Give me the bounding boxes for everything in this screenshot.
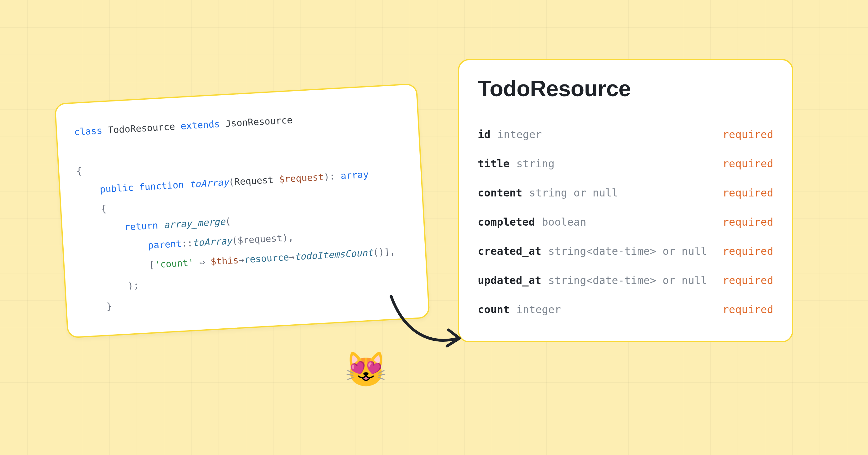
keyword-function: function [139,179,184,192]
field-type: integer [497,129,542,140]
field-type: string<date-time> or null [548,275,707,286]
brace-open: { [76,165,82,176]
schema-row-left: completed boolean [478,217,586,227]
keyword-parent: parent [148,238,182,251]
field-name: content [478,188,522,198]
field-name: updated_at [478,275,541,286]
field-name: title [478,158,509,169]
classname-todoresource: TodoResource [107,121,175,136]
fn-array-merge: array_merge [163,216,225,230]
field-required: required [722,158,773,169]
field-required: required [722,304,773,315]
brace-close-2: } [106,301,113,312]
thin-arrow-1: → [239,254,245,265]
field-required: required [722,246,773,256]
schema-row: content string or null required [478,178,773,207]
field-required: required [722,275,773,286]
field-type: string or null [529,188,618,198]
prop-resource: resource [244,252,289,265]
field-required: required [722,129,773,140]
schema-title: TodoResource [478,76,773,101]
return-type-array: array [340,169,369,181]
bracket-open: [ [149,259,155,270]
fn-toarray: toArray [189,176,229,190]
classname-request: Request [234,174,274,187]
schema-row-left: id integer [478,129,542,140]
schema-row-left: title string [478,158,554,169]
field-name: completed [478,217,535,227]
keyword-return: return [124,220,158,232]
keyword-extends: extends [180,119,220,132]
code-block: class TodoResource extends JsonResource … [73,104,411,318]
schema-row: id integer required [478,120,773,149]
args-request: ($request), [231,232,294,246]
schema-row: updated_at string<date-time> or null req… [478,266,773,295]
field-type: integer [516,304,561,315]
field-name: count [478,304,509,315]
heart-eyes-cat-emoji: 😻 [345,352,387,386]
keyword-public: public [100,182,134,195]
field-type: boolean [542,217,586,227]
paren-close-2: ); [127,280,139,291]
schema-row: count integer required [478,295,773,324]
paren-open: ( [228,176,235,188]
field-required: required [722,217,773,227]
var-request: $request [279,171,324,185]
fat-arrow: ⇒ [193,256,211,268]
paren-close-colon: ): [323,171,335,182]
keyword-class: class [74,125,102,137]
schema-row-left: created_at string<date-time> or null [478,246,707,256]
field-type: string [516,158,554,169]
call-todoitemscount: todoItemsCount [294,247,373,262]
schema-card: TodoResource id integer required title s… [458,59,793,342]
var-this: $this [210,255,239,267]
schema-row-left: updated_at string<date-time> or null [478,275,707,286]
call-close: ()], [373,246,396,258]
field-required: required [722,188,773,198]
schema-row: completed boolean required [478,207,773,236]
field-name: created_at [478,246,541,256]
schema-row-left: count integer [478,304,561,315]
schema-row-left: content string or null [478,188,618,198]
string-count: 'count' [154,257,194,270]
code-snippet-card: class TodoResource extends JsonResource … [54,83,430,338]
field-type: string<date-time> or null [548,246,707,256]
field-name: id [478,129,491,140]
double-colon: :: [181,237,193,249]
call-toarray: toArray [192,235,232,248]
classname-jsonresource: JsonResource [225,115,293,129]
paren-open-2: ( [225,216,231,227]
brace-open-2: { [101,203,107,214]
schema-row: created_at string<date-time> or null req… [478,236,773,266]
schema-row: title string required [478,149,773,178]
